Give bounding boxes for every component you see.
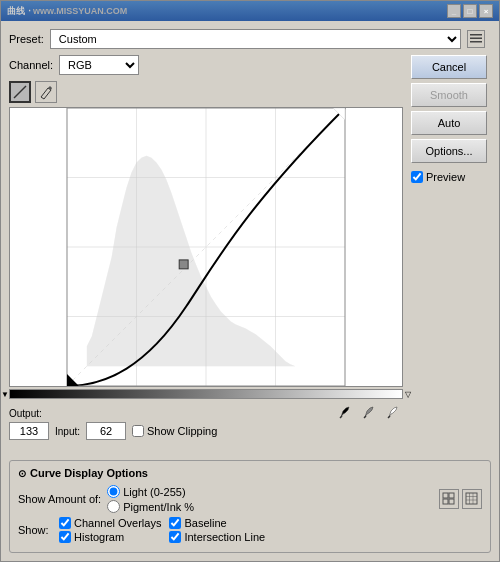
svg-rect-15 xyxy=(443,493,448,498)
output-input-values-row: Input: Show Clipping xyxy=(9,422,403,440)
channel-row: Channel: RGB Red Green Blue xyxy=(9,55,403,75)
intersection-line-text: Intersection Line xyxy=(184,531,265,543)
curve-canvas xyxy=(9,107,403,387)
pencil-tool-button[interactable] xyxy=(35,81,57,103)
dialog-content: Preset: Custom Channel: xyxy=(1,21,499,561)
light-radio-label[interactable]: Light (0-255) xyxy=(107,485,194,498)
input-gradient-bar xyxy=(9,389,403,399)
menu-icon[interactable] xyxy=(467,30,485,48)
small-grid-button[interactable] xyxy=(439,489,459,509)
minimize-button[interactable]: _ xyxy=(447,4,461,18)
show-amount-label: Show Amount of: xyxy=(18,493,101,505)
preview-checkbox[interactable] xyxy=(411,171,423,183)
svg-rect-18 xyxy=(449,499,454,504)
channel-overlays-label[interactable]: Channel Overlays xyxy=(59,517,161,529)
svg-rect-16 xyxy=(449,493,454,498)
right-panel: Cancel Smooth Auto Options... Preview xyxy=(411,55,491,456)
show-row: Show: Channel Overlays Baseline Histogra… xyxy=(18,517,482,543)
title-bar-buttons: _ □ × xyxy=(447,4,493,18)
svg-rect-19 xyxy=(466,493,477,504)
grid-icons xyxy=(439,489,482,509)
radio-group: Light (0-255) Pigment/Ink % xyxy=(107,485,194,513)
options-title: ⊙ Curve Display Options xyxy=(18,467,482,479)
maximize-button[interactable]: □ xyxy=(463,4,477,18)
auto-button[interactable]: Auto xyxy=(411,111,487,135)
preset-row: Preset: Custom xyxy=(9,29,491,49)
pigment-option-text: Pigment/Ink % xyxy=(123,501,194,513)
light-radio[interactable] xyxy=(107,485,120,498)
pigment-radio[interactable] xyxy=(107,500,120,513)
large-grid-button[interactable] xyxy=(462,489,482,509)
intersection-line-label[interactable]: Intersection Line xyxy=(169,531,271,543)
channel-select[interactable]: RGB Red Green Blue xyxy=(59,55,139,75)
preview-text: Preview xyxy=(426,171,465,183)
options-chevron-icon[interactable]: ⊙ xyxy=(18,468,26,479)
baseline-text: Baseline xyxy=(184,517,226,529)
input-label-text: Input: xyxy=(55,426,80,437)
white-eyedropper-button[interactable] xyxy=(383,401,403,421)
title-text: 曲线 ‧ www.MISSYUAN.COM xyxy=(7,4,127,18)
light-option-text: Light (0-255) xyxy=(123,486,185,498)
left-arrow: ▼ xyxy=(1,390,9,399)
smooth-button[interactable]: Smooth xyxy=(411,83,487,107)
cancel-button[interactable]: Cancel xyxy=(411,55,487,79)
show-label: Show: xyxy=(18,524,53,536)
histogram-text: Histogram xyxy=(74,531,124,543)
options-button[interactable]: Options... xyxy=(411,139,487,163)
intersection-line-checkbox[interactable] xyxy=(169,531,181,543)
preview-label[interactable]: Preview xyxy=(411,171,491,183)
channel-label: Channel: xyxy=(9,59,53,71)
horizontal-gradient-container: ▼ ▽ xyxy=(9,389,403,399)
pigment-radio-label[interactable]: Pigment/Ink % xyxy=(107,500,194,513)
channel-overlays-text: Channel Overlays xyxy=(74,517,161,529)
curves-dialog: 曲线 ‧ www.MISSYUAN.COM _ □ × Preset: Cust… xyxy=(0,0,500,562)
show-clipping-text: Show Clipping xyxy=(147,425,217,437)
preset-label: Preset: xyxy=(9,33,44,45)
show-clipping-checkbox[interactable] xyxy=(132,425,144,437)
curve-display-options: ⊙ Curve Display Options Show Amount of: … xyxy=(9,460,491,553)
output-value-input[interactable] xyxy=(9,422,49,440)
input-row: Output: xyxy=(9,401,403,421)
svg-rect-2 xyxy=(470,41,482,43)
checkboxes-grid: Channel Overlays Baseline Histogram Inte… xyxy=(59,517,272,543)
options-title-text: Curve Display Options xyxy=(30,467,148,479)
baseline-checkbox[interactable] xyxy=(169,517,181,529)
main-area: Channel: RGB Red Green Blue xyxy=(9,55,491,456)
output-label-text: Output: xyxy=(9,408,42,419)
curve-tool-button[interactable] xyxy=(9,81,31,103)
right-arrow: ▽ xyxy=(405,390,411,399)
curve-tools xyxy=(9,81,403,103)
gray-eyedropper-button[interactable] xyxy=(359,401,379,421)
close-button[interactable]: × xyxy=(479,4,493,18)
preset-select[interactable]: Custom xyxy=(50,29,461,49)
eyedropper-tools xyxy=(54,401,403,421)
output-area: Output: xyxy=(9,408,42,419)
baseline-label[interactable]: Baseline xyxy=(169,517,271,529)
histogram-checkbox[interactable] xyxy=(59,531,71,543)
svg-rect-1 xyxy=(470,38,482,40)
svg-rect-17 xyxy=(443,499,448,504)
svg-rect-11 xyxy=(179,260,188,269)
show-clipping-label[interactable]: Show Clipping xyxy=(132,425,217,437)
black-eyedropper-button[interactable] xyxy=(335,401,355,421)
channel-overlays-checkbox[interactable] xyxy=(59,517,71,529)
title-bar: 曲线 ‧ www.MISSYUAN.COM _ □ × xyxy=(1,1,499,21)
show-amount-row: Show Amount of: Light (0-255) Pigment/In… xyxy=(18,485,482,513)
left-panel: Channel: RGB Red Green Blue xyxy=(9,55,403,456)
histogram-label[interactable]: Histogram xyxy=(59,531,161,543)
input-value-input[interactable] xyxy=(86,422,126,440)
svg-rect-0 xyxy=(470,34,482,36)
